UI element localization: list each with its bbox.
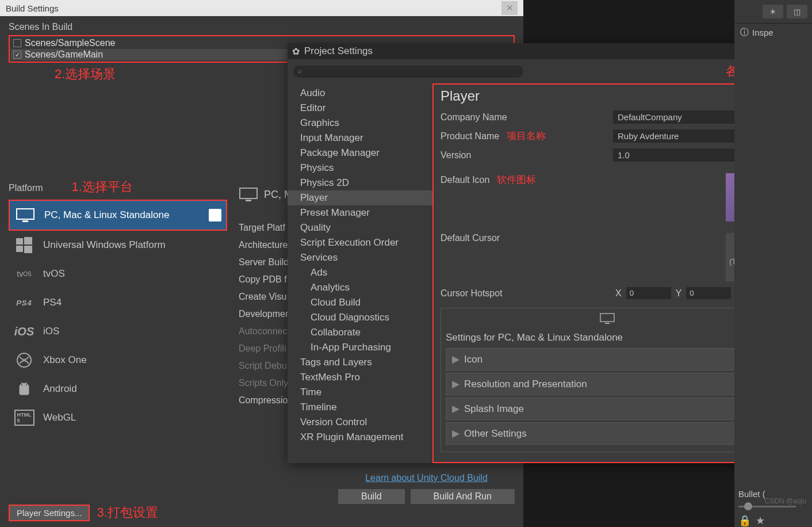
- hotspot-x-label: X: [615, 288, 622, 299]
- scene-name: Scenes/SampleScene: [25, 38, 115, 48]
- platform-item-ps4[interactable]: PS4 PS4: [9, 288, 227, 317]
- platform-name: tvOS: [43, 268, 65, 280]
- foldout[interactable]: ▶Other Settings: [446, 422, 769, 445]
- platform-item-android[interactable]: Android: [9, 375, 227, 403]
- company-name-row: Company Name: [434, 108, 781, 127]
- version-row: Version: [434, 146, 781, 165]
- sidebar-item[interactable]: Quality: [288, 220, 432, 235]
- ios-icon: iOS: [13, 323, 35, 340]
- star-icon[interactable]: ★: [756, 514, 765, 527]
- platform-item-tvos[interactable]: tvOS tvOS: [9, 259, 227, 288]
- platform-label: Platform: [9, 183, 43, 193]
- product-name-row: Product Name 项目名称: [434, 127, 781, 146]
- sidebar-item[interactable]: Time: [288, 385, 432, 400]
- foldout[interactable]: ▶Resolution and Presentation: [446, 373, 769, 395]
- inspector-toolbar: ☀ ◫: [734, 0, 812, 23]
- chevron-right-icon: ▶: [452, 353, 459, 365]
- sidebar-item[interactable]: XR Plugin Management: [288, 430, 432, 445]
- sidebar-item[interactable]: Analytics: [288, 280, 432, 295]
- player-settings-button[interactable]: Player Settings...: [9, 505, 90, 521]
- player-header: Player ? ⇄ ✿: [434, 85, 781, 108]
- platform-item-ios[interactable]: iOS iOS: [9, 317, 227, 346]
- sidebar-item[interactable]: Cloud Diagnostics: [288, 310, 432, 325]
- sidebar-item[interactable]: TextMesh Pro: [288, 370, 432, 385]
- build-button[interactable]: Build: [338, 489, 405, 504]
- svg-point-7: [21, 384, 22, 385]
- sidebar-item[interactable]: Ads: [288, 265, 432, 280]
- cursor-hotspot-row: Cursor Hotspot X Y: [434, 284, 781, 302]
- ps-content: Player ? ⇄ ✿ Company Name Product Name 项…: [432, 83, 782, 463]
- windows-icon: [13, 236, 35, 254]
- hotspot-y-input[interactable]: [686, 287, 731, 299]
- sidebar-item[interactable]: Physics: [288, 161, 432, 175]
- sidebar-item[interactable]: Collaborate: [288, 325, 432, 340]
- xbox-icon: [13, 352, 35, 369]
- sidebar-item[interactable]: Package Manager: [288, 146, 432, 161]
- zoom-slider[interactable]: [738, 506, 796, 507]
- svg-rect-12: [605, 323, 610, 324]
- search-input[interactable]: [293, 66, 523, 78]
- unity-logo-icon: [209, 209, 221, 222]
- slider-thumb[interactable]: [744, 502, 752, 510]
- settings-for-label: Settings for PC, Mac & Linux Standalone: [446, 332, 769, 343]
- hotspot-label: Cursor Hotspot: [441, 288, 611, 299]
- bullet-label: Bullet (: [738, 489, 807, 499]
- svg-rect-1: [22, 220, 28, 222]
- svg-rect-11: [600, 314, 614, 322]
- sidebar-item[interactable]: Player: [288, 190, 432, 205]
- icon-annotation: 软件图标: [497, 174, 536, 185]
- info-icon: ⓘ: [740, 27, 749, 38]
- ps-title: Project Settings: [304, 45, 373, 57]
- inspector-tab[interactable]: ⓘ Inspe: [734, 23, 812, 41]
- platform-name: iOS: [43, 326, 59, 337]
- sidebar-item[interactable]: Graphics: [288, 116, 432, 131]
- svg-rect-2: [16, 238, 23, 245]
- platform-name: PS4: [43, 297, 62, 308]
- chevron-right-icon: ▶: [452, 378, 459, 390]
- platform-item-uwp[interactable]: Universal Windows Platform: [9, 231, 227, 259]
- svg-rect-4: [16, 246, 23, 252]
- platform-list: PC, Mac & Linux Standalone Universal Win…: [9, 200, 227, 432]
- inspector-bottom: Bullet ( 🔒 ★: [738, 489, 807, 527]
- platform-column: Platform 1.选择平台 PC, Mac & Linux Standalo…: [9, 178, 227, 527]
- close-button[interactable]: ✕: [501, 1, 518, 15]
- sidebar-item[interactable]: In-App Purchasing: [288, 340, 432, 355]
- sidebar-item[interactable]: Script Execution Order: [288, 235, 432, 250]
- cloud-build-link[interactable]: Learn about Unity Cloud Build: [365, 473, 488, 483]
- sidebar-item[interactable]: Editor: [288, 101, 432, 116]
- annotation-platform: 1.选择平台: [72, 178, 133, 196]
- platform-item-pc[interactable]: PC, Mac & Linux Standalone: [9, 200, 227, 231]
- platform-settings-box: Settings for PC, Mac & Linux Standalone …: [441, 308, 774, 452]
- footer-right: Learn about Unity Cloud Build Build Buil…: [338, 473, 515, 504]
- platform-item-webgl[interactable]: HTML5 WebGL: [9, 403, 227, 432]
- sidebar-item[interactable]: Input Manager: [288, 131, 432, 146]
- foldout[interactable]: ▶Splash Image: [446, 398, 769, 420]
- scene-checkbox[interactable]: [13, 39, 21, 47]
- window-titlebar: Build Settings ✕: [0, 0, 523, 16]
- scene-checkbox[interactable]: ✓: [13, 51, 21, 59]
- sidebar-item[interactable]: Services: [288, 250, 432, 265]
- sidebar-item[interactable]: Audio: [288, 86, 432, 101]
- sidebar-item[interactable]: Preset Manager: [288, 205, 432, 220]
- svg-rect-9: [240, 188, 257, 198]
- sidebar-item[interactable]: Cloud Build: [288, 295, 432, 310]
- lock-icon[interactable]: 🔒: [738, 514, 751, 527]
- platform-item-xbox[interactable]: Xbox One: [9, 346, 227, 375]
- sidebar-item[interactable]: Tags and Layers: [288, 355, 432, 370]
- ps-sidebar: AudioEditorGraphicsInput ManagerPackage …: [288, 83, 432, 463]
- platform-name: Android: [43, 383, 77, 395]
- ps-body: AudioEditorGraphicsInput ManagerPackage …: [288, 83, 782, 463]
- layers-icon[interactable]: ◫: [787, 5, 807, 18]
- ps-titlebar: ✿ Project Settings ⋮ □ ✕: [288, 43, 782, 59]
- sidebar-item[interactable]: Version Control: [288, 415, 432, 430]
- light-icon[interactable]: ☀: [763, 5, 783, 18]
- tvos-icon: tvOS: [13, 265, 35, 282]
- build-and-run-button[interactable]: Build And Run: [411, 489, 515, 504]
- search-icon: ⌕: [298, 67, 302, 75]
- sidebar-item[interactable]: Timeline: [288, 400, 432, 415]
- hotspot-x-input[interactable]: [626, 287, 671, 299]
- sidebar-item[interactable]: Physics 2D: [288, 175, 432, 190]
- foldout[interactable]: ▶Icon: [446, 348, 769, 371]
- default-icon-row: Default Icon 软件图标 Select: [434, 170, 781, 224]
- gear-icon: ✿: [292, 46, 300, 57]
